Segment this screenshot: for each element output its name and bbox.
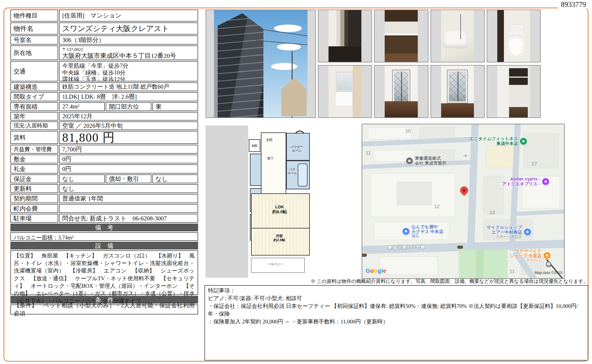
poi-category: デザート <box>510 258 542 263</box>
row-label: 駐車場 <box>10 214 58 223</box>
table-row: 号室名 306（3階部分） <box>10 35 198 45</box>
meter-box-label: MB <box>252 144 257 148</box>
photo-washbasin <box>318 65 372 118</box>
poi-name: エアー中村商店 <box>487 230 522 235</box>
row-value: なし <box>59 174 105 183</box>
poi-name: エニタイムフィットネス <box>469 136 518 141</box>
poi-name: サイクルショップ <box>487 225 522 230</box>
row-label: 間取タイプ <box>10 92 58 101</box>
map-attribution: Map data ©2025 <box>535 270 562 275</box>
row-label: 共益費・管理費 <box>10 145 58 154</box>
wood-floor <box>385 101 418 117</box>
bedroom-image <box>441 66 474 117</box>
special-notes-box: 特記事項： ピアノ: 不可/楽器: 不可/小型犬: 相談可 ・保証会社：保証会社… <box>204 285 588 361</box>
table-row: 礼金 0円 <box>10 164 198 174</box>
logo-letter: o <box>370 268 374 274</box>
logo-letter: g <box>378 268 382 274</box>
vanity-mirror <box>336 72 352 91</box>
table-row: 現況/入居時期 空室 ／ 2026年5月中旬 <box>10 121 198 130</box>
poi-name: カクヤス 中本店 <box>411 229 443 234</box>
table-row: 所在地 〒537-0022 大阪府大阪市東成区中本５丁目12番20号 <box>10 45 198 60</box>
poi-name: なんでも酒や <box>411 224 443 229</box>
plastic-wrap <box>507 33 525 57</box>
powder-line2: ルーム <box>292 149 302 152</box>
row-label: 号室名 <box>10 35 58 45</box>
bathtub-symbol <box>298 163 308 186</box>
block-number: 11 <box>510 269 515 275</box>
row-label: 物件種目 <box>10 9 58 22</box>
row-label: 敷金 <box>10 155 58 163</box>
table-row: 交通 今里筋線「今里」徒歩7分 中央線「緑橋」徒歩10分 環状線「玉造」徒歩12… <box>10 61 198 81</box>
entrance-label: 玄関 <box>266 138 272 142</box>
block-number: 13 <box>489 210 495 216</box>
row-value: 0円 <box>59 155 198 163</box>
row-label: 契約期間 <box>10 194 58 203</box>
closet-floor <box>509 107 528 117</box>
logo-letter: e <box>383 268 386 274</box>
transport-line: 今里筋線「今里」徒歩7分 <box>62 62 195 69</box>
transport-cell: 今里筋線「今里」徒歩7分 中央線「緑橋」徒歩10分 環状線「玉造」徒歩12分 <box>59 61 198 81</box>
table-row: 賃料 81,800 円 <box>10 131 198 144</box>
document-number: 8933779 <box>558 1 589 9</box>
powder-line1: パウダー <box>290 145 303 148</box>
google-map: ➜ 10 11 27 12 13 11 エニタイムフィットネス 東成中本店 東條… <box>362 124 565 279</box>
row-label: 更新料 <box>10 184 58 193</box>
western-line2: 約2.6帖 <box>274 238 285 242</box>
cloud <box>268 23 308 34</box>
hallway-image <box>329 10 361 62</box>
poi-name: ショップ 今里店 <box>510 254 542 258</box>
traffic-light-icon <box>457 246 463 249</box>
row-value: [住居用] マンション <box>59 9 198 22</box>
toilet-image <box>497 10 530 62</box>
photo-closet <box>487 65 541 118</box>
disclaimer-note: ※ この資料は物件の概略紹介資料になります。写真、間取図面、設備、概要などが現況… <box>204 278 588 285</box>
shower-bar <box>460 14 461 39</box>
row-value: 0円 <box>59 164 198 174</box>
map-building <box>483 176 504 214</box>
row-value: 普通借家 1年間 <box>59 194 198 203</box>
property-table: 物件種目 [住居用] マンション 物件名 スワンズシティ大阪クレアスト 号室名 … <box>10 9 198 315</box>
row-value: なし <box>59 184 198 193</box>
ldk-line1: LDK <box>275 204 284 209</box>
equipment-body: 【位置】 角部屋 【キッチン】 ガスコンロ（2口） 【水廻り】 風呂・トイレ（水… <box>10 250 198 295</box>
table-row: 町内会費 <box>10 204 198 213</box>
photo-bedroom <box>430 65 485 118</box>
row-subvalue: なし <box>152 174 198 183</box>
building-exterior-image <box>214 10 308 117</box>
address: 大阪府大阪市東成区中本５丁目12番20号 <box>62 52 195 60</box>
dessert-shop-icon <box>543 251 551 260</box>
table-row: 契約期間 普通借家 1年間 <box>10 194 198 203</box>
rent-value: 81,800 円 <box>59 131 198 144</box>
row-label: 交通 <box>10 61 58 81</box>
balcony-label: バルコニー <box>268 262 283 266</box>
notes-line: ピアノ: 不可/楽器: 不可/小型犬: 相談可 <box>208 295 585 302</box>
company-pin-icon <box>405 157 413 165</box>
property-location-pin <box>458 185 469 196</box>
remarks-header: 備 考 <box>10 224 198 231</box>
poi-name: 会社 東成営業所 <box>415 161 446 166</box>
floorplan-letterbox <box>206 125 248 278</box>
hallway-label: 廊下 <box>267 157 274 160</box>
row-label: 礼金 <box>10 164 58 174</box>
table-row: 敷金 0円 <box>10 155 198 163</box>
train-station-icon <box>546 262 551 267</box>
table-row: 共益費・管理費 7,700円 <box>10 145 198 154</box>
row-label: 物件名 <box>10 22 58 35</box>
ldk-line2: 約8.0帖 <box>272 209 287 214</box>
equipment-header: 設 備 <box>10 242 198 249</box>
kitchen-image <box>385 10 418 62</box>
balcony-window <box>393 70 410 103</box>
bath-line2: ルーム <box>287 171 297 175</box>
block-number: 12 <box>434 204 440 209</box>
living-room-image <box>385 66 418 117</box>
bathroom-image <box>441 10 474 62</box>
map-building <box>523 133 559 168</box>
table-row: 専有面積 27.4m² 開口部方位 東 <box>10 102 198 111</box>
floor-plan: ▶ N MB 玄関 廊下 パウダー ルーム バス ルーム LDK 約8.0帖 洋… <box>206 125 312 278</box>
row-label: 専有面積 <box>10 102 58 111</box>
row-label: 賃料 <box>10 131 58 144</box>
poi-category: 酒店 <box>411 234 443 239</box>
wood-floor <box>441 103 474 117</box>
poi-atelier-cypris: Atelier cypris - アトリエキプリス - <box>502 177 550 186</box>
notes-title: 特記事項： <box>208 287 585 295</box>
